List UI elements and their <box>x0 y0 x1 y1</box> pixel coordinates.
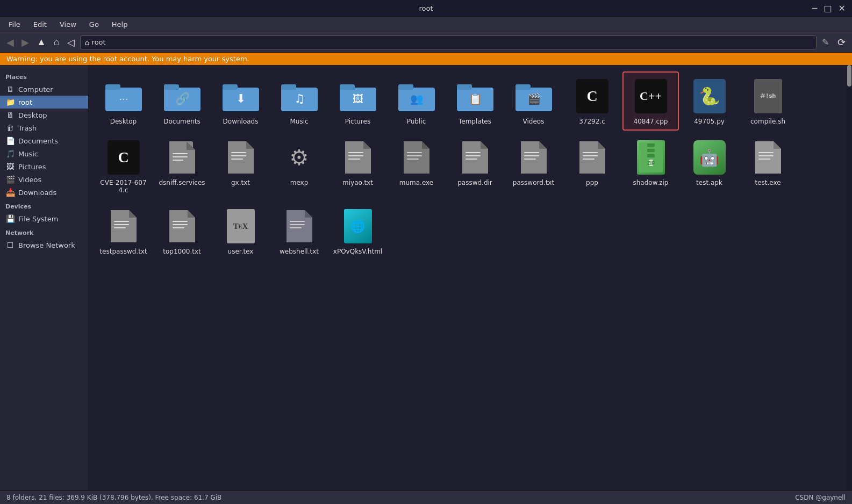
forward-button[interactable]: ▶ <box>18 35 32 49</box>
file-item-usertex[interactable]: TEX user.tex <box>212 201 269 261</box>
file-item-documents[interactable]: 🔗 Documents <box>154 71 210 131</box>
sidebar-item-music[interactable]: 🎵 Music <box>0 147 88 160</box>
menu-view[interactable]: View <box>55 19 81 30</box>
file-item-ppp[interactable]: ppp <box>564 133 620 199</box>
edit-address-button[interactable]: ✎ <box>819 36 832 48</box>
music-icon: 🎵 <box>5 149 15 158</box>
menu-help[interactable]: Help <box>108 19 132 30</box>
menu-go[interactable]: Go <box>85 19 103 30</box>
pictures-icon: 🖼 <box>5 162 15 171</box>
file-item-49705py[interactable]: 🐍 49705.py <box>681 71 738 131</box>
webshell-icon <box>280 207 319 246</box>
menu-file[interactable]: File <box>4 19 25 30</box>
videos-icon: 🎬 <box>5 175 15 184</box>
cve2017-icon: C <box>104 138 143 177</box>
svg-marker-32 <box>246 141 254 149</box>
sidebar-item-trash[interactable]: 🗑 Trash <box>0 121 88 134</box>
file-item-37292c[interactable]: C 37292.c <box>564 71 620 131</box>
svg-text:🎬: 🎬 <box>527 92 540 105</box>
sidebar-item-pictures[interactable]: 🖼 Pictures <box>0 160 88 173</box>
toggle-sidebar-button[interactable]: ◁ <box>64 35 78 49</box>
file-item-dsniffservices[interactable]: dsniff.services <box>154 133 210 199</box>
sidebar-item-browsenetwork[interactable]: ☐ Browse Network <box>0 239 88 251</box>
svg-rect-49 <box>466 155 481 156</box>
file-item-public[interactable]: 👥 Public <box>388 71 445 131</box>
file-item-top1000txt[interactable]: top1000.txt <box>154 201 210 261</box>
file-item-compilesh[interactable]: #!sh compile.sh <box>740 71 796 131</box>
file-item-mexp[interactable]: ⚙ mexp <box>271 133 327 199</box>
file-item-cve2017[interactable]: C CVE-2017-6074.c <box>95 133 152 199</box>
address-bar[interactable]: ⌂ root <box>80 35 817 49</box>
desktop-folder-icon: ··· <box>104 77 143 116</box>
window-controls[interactable]: ─ □ ✕ <box>810 3 848 13</box>
file-item-pictures[interactable]: 🖼 Pictures <box>330 71 386 131</box>
svg-rect-45 <box>407 159 419 160</box>
back-button[interactable]: ◀ <box>3 35 17 49</box>
svg-rect-14 <box>340 84 355 90</box>
svg-rect-60 <box>583 159 595 160</box>
sidebar-item-computer[interactable]: 🖥 Computer <box>0 83 88 96</box>
documents-folder-label: Documents <box>163 118 200 125</box>
svg-rect-39 <box>348 155 363 156</box>
file-item-40847cpp[interactable]: C++ 40847.cpp <box>622 71 679 131</box>
webshell-label: webshell.txt <box>280 248 319 255</box>
xpovqksv-icon: 🌐 <box>339 207 377 246</box>
minimize-button[interactable]: ─ <box>810 3 820 13</box>
desktop-folder-label: Desktop <box>110 118 137 125</box>
svg-rect-11 <box>281 84 296 90</box>
file-item-testapk[interactable]: 🤖 test.apk <box>681 133 738 199</box>
svg-rect-50 <box>466 159 477 160</box>
file-item-passwordtxt[interactable]: password.txt <box>505 133 562 199</box>
svg-rect-40 <box>348 159 360 160</box>
sidebar-item-root[interactable]: 📁 root <box>0 96 88 109</box>
menu-edit[interactable]: Edit <box>29 19 51 30</box>
testapk-label: test.apk <box>696 179 722 186</box>
pictures-folder-label: Pictures <box>345 118 371 125</box>
reload-button[interactable]: ⟳ <box>834 35 849 49</box>
file-item-testexe[interactable]: test.exe <box>740 133 796 199</box>
file-item-gxtxt[interactable]: gx.txt <box>212 133 269 199</box>
warning-text: Warning: you are using the root account.… <box>6 55 249 63</box>
sidebar-item-documents[interactable]: 📄 Documents <box>0 134 88 147</box>
address-text: root <box>92 38 106 46</box>
svg-rect-53 <box>524 152 539 153</box>
file-item-shadowzip[interactable]: ZIP shadow.zip <box>622 133 679 199</box>
file-item-videos[interactable]: 🎬 Videos <box>505 71 562 131</box>
svg-rect-43 <box>407 152 422 153</box>
file-item-downloads[interactable]: ⬇ Downloads <box>212 71 269 131</box>
file-item-mumaexe[interactable]: muma.exe <box>388 133 445 199</box>
file-item-templates[interactable]: 📋 Templates <box>447 71 503 131</box>
home-button[interactable]: ⌂ <box>51 35 63 49</box>
scrollbar[interactable] <box>847 65 852 490</box>
sidebar-section-devices: Devices <box>0 199 88 212</box>
dsniffservices-icon <box>163 138 202 177</box>
downloads-icon: 📥 <box>5 188 15 197</box>
file-item-music[interactable]: ♫ Music <box>271 71 327 131</box>
passwddir-label: passwd.dir <box>457 179 492 186</box>
sidebar-label-root: root <box>18 98 32 106</box>
sidebar-item-filesystem[interactable]: 💾 File System <box>0 212 88 225</box>
sidebar-item-videos[interactable]: 🎬 Videos <box>0 173 88 186</box>
file-item-webshell[interactable]: webshell.txt <box>271 201 327 261</box>
maximize-button[interactable]: □ <box>821 3 834 13</box>
svg-rect-70 <box>758 155 774 156</box>
sidebar-item-downloads[interactable]: 📥 Downloads <box>0 186 88 199</box>
svg-rect-55 <box>524 159 536 160</box>
sidebar-section-places: Places <box>0 69 88 83</box>
file-area[interactable]: ··· Desktop 🔗 Documents <box>89 65 847 490</box>
svg-text:🔗: 🔗 <box>175 91 190 106</box>
file-item-miyaotxt[interactable]: miyao.txt <box>330 133 386 199</box>
downloads-folder-icon: ⬇ <box>221 77 260 116</box>
scrollbar-thumb[interactable] <box>847 65 851 87</box>
file-item-xpovqksv[interactable]: 🌐 xPOvQksV.html <box>330 201 386 261</box>
dsniffservices-label: dsniff.services <box>159 179 205 186</box>
svg-rect-79 <box>173 221 188 222</box>
close-button[interactable]: ✕ <box>836 3 848 13</box>
up-button[interactable]: ▲ <box>33 35 49 49</box>
sidebar-label-videos: Videos <box>18 176 41 184</box>
sidebar-item-desktop[interactable]: 🖥 Desktop <box>0 109 88 121</box>
file-item-testpasswdtxt[interactable]: testpasswd.txt <box>95 201 152 261</box>
file-item-passwddir[interactable]: passwd.dir <box>447 133 503 199</box>
compilesh-icon: #!sh <box>749 77 787 116</box>
file-item-desktop[interactable]: ··· Desktop <box>95 71 152 131</box>
